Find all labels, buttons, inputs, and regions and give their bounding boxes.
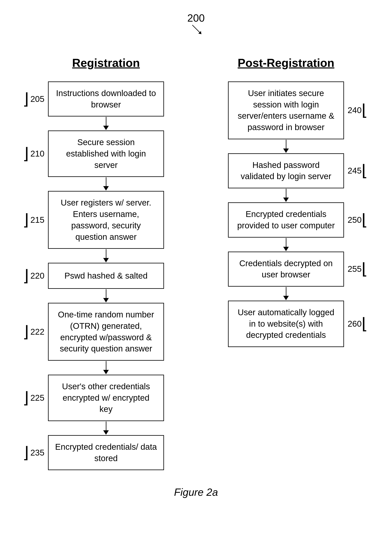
label-area-235: ⌋ 235 [28, 445, 48, 461]
arrow-205-210 [28, 116, 184, 130]
box-210: Secure session established with login se… [48, 130, 164, 177]
arrow-head-225 [103, 430, 109, 435]
arrow-down-210 [103, 177, 109, 191]
figure-caption: Figure 2a [16, 486, 376, 498]
step-number-220: 220 [30, 271, 44, 281]
bracket-250: ⌋ [362, 212, 368, 228]
bracket-240: ⌋ [362, 102, 368, 118]
arrow-250-255 [208, 238, 364, 252]
flow-item-245: Hashed password validated by login serve… [208, 153, 364, 188]
flow-item-240: User initiates secure session with login… [208, 81, 364, 139]
flow-item-220: ⌋ 220 Pswd hashed & salted [28, 263, 184, 289]
flow-item-205: ⌋ 205 Instructions downloaded to browser [28, 81, 184, 116]
step-number-222: 222 [30, 327, 44, 337]
arrow-line-255 [286, 287, 287, 296]
arrow-head-245 [283, 198, 289, 202]
arrow-head-240 [283, 149, 289, 153]
step-number-215: 215 [30, 215, 44, 225]
arrow-line-250 [286, 238, 287, 247]
bracket-222: ⌋ [23, 324, 29, 340]
bracket-245: ⌋ [362, 163, 368, 179]
registration-column: Registration ⌋ 205 Instructions download… [28, 56, 184, 470]
box-220: Pswd hashed & salted [48, 263, 164, 289]
arrow-head-215 [103, 258, 109, 262]
box-240: User initiates secure session with login… [228, 81, 344, 139]
arrow-head-210 [103, 186, 109, 191]
arrow-down-220 [103, 289, 109, 302]
arrow-line-220 [106, 289, 106, 298]
step-number-210: 210 [30, 149, 44, 158]
box-250: Encrypted credentials provided to user c… [228, 202, 344, 237]
step-number-255: 255 [348, 264, 362, 274]
arrow-down-240 [283, 140, 289, 153]
bracket-260: ⌋ [362, 316, 368, 332]
label-area-222: ⌋ 222 [28, 324, 48, 340]
flow-item-260: User automatically logged in to website(… [208, 301, 364, 347]
step-number-250: 250 [348, 215, 362, 225]
step-number-235: 235 [30, 448, 44, 457]
label-area-215: ⌋ 215 [28, 212, 48, 228]
flow-item-250: Encrypted credentials provided to user c… [208, 202, 364, 237]
box-255: Credentials decrypted on user browser [228, 252, 344, 287]
figure-number-arrow [191, 24, 203, 36]
arrow-head-220 [103, 298, 109, 302]
label-area-210: ⌋ 210 [28, 146, 48, 162]
bracket-255: ⌋ [362, 261, 368, 277]
label-area-205: ⌋ 205 [28, 91, 48, 107]
arrow-240-245 [208, 139, 364, 153]
arrow-head-205 [103, 126, 109, 130]
flow-item-215: ⌋ 215 User registers w/ server. Enters u… [28, 191, 184, 249]
arrow-down-205 [103, 117, 109, 130]
box-215: User registers w/ server. Enters usernam… [48, 191, 164, 249]
flow-item-235: ⌋ 235 Encrypted credentials/ data stored [28, 435, 184, 470]
step-number-240: 240 [348, 106, 362, 115]
bracket-225: ⌋ [23, 390, 29, 406]
bracket-205: ⌋ [23, 91, 29, 107]
flow-item-222: ⌋ 222 One-time random number (OTRN) gene… [28, 303, 184, 361]
box-260: User automatically logged in to website(… [228, 301, 344, 347]
arrow-down-225 [103, 421, 109, 435]
arrow-222-225 [28, 361, 184, 375]
figure-number: 200 [187, 12, 205, 24]
step-number-260: 260 [348, 319, 362, 329]
bracket-215: ⌋ [23, 212, 29, 228]
arrow-225-235 [28, 421, 184, 435]
post-registration-title: Post-Registration [238, 56, 334, 70]
arrow-215-220 [28, 249, 184, 263]
step-number-245: 245 [348, 166, 362, 176]
arrow-line-205 [106, 117, 106, 126]
arrow-line-222 [106, 361, 106, 370]
arrow-line-245 [286, 189, 287, 198]
label-area-240: 240 ⌋ [344, 102, 364, 118]
flow-item-210: ⌋ 210 Secure session established with lo… [28, 130, 184, 177]
arrow-down-222 [103, 361, 109, 374]
columns-wrapper: Registration ⌋ 205 Instructions download… [16, 56, 376, 470]
arrow-line-210 [106, 177, 106, 186]
arrow-head-250 [283, 247, 289, 251]
box-245: Hashed password validated by login serve… [228, 153, 344, 188]
step-number-205: 205 [30, 94, 44, 104]
arrow-220-222 [28, 289, 184, 303]
arrow-255-260 [208, 287, 364, 301]
post-registration-column: Post-Registration User initiates secure … [208, 56, 364, 470]
bracket-235: ⌋ [23, 445, 29, 461]
arrow-line-225 [106, 421, 106, 430]
label-area-245: 245 ⌋ [344, 163, 364, 179]
label-area-260: 260 ⌋ [344, 316, 364, 332]
flow-item-225: ⌋ 225 User's other credentials encrypted… [28, 375, 184, 421]
arrow-down-250 [283, 238, 289, 251]
label-area-225: ⌋ 225 [28, 390, 48, 406]
box-235: Encrypted credentials/ data stored [48, 435, 164, 470]
flow-item-255: Credentials decrypted on user browser 25… [208, 252, 364, 287]
arrow-210-215 [28, 177, 184, 191]
arrow-head-255 [283, 296, 289, 300]
label-area-220: ⌋ 220 [28, 268, 48, 284]
step-number-225: 225 [30, 393, 44, 403]
box-222: One-time random number (OTRN) generated,… [48, 303, 164, 361]
arrow-head-222 [103, 370, 109, 374]
registration-title: Registration [72, 56, 140, 70]
arrow-down-215 [103, 249, 109, 262]
box-225: User's other credentials encrypted w/ en… [48, 375, 164, 421]
arrow-245-250 [208, 188, 364, 202]
arrow-line-240 [286, 140, 287, 149]
